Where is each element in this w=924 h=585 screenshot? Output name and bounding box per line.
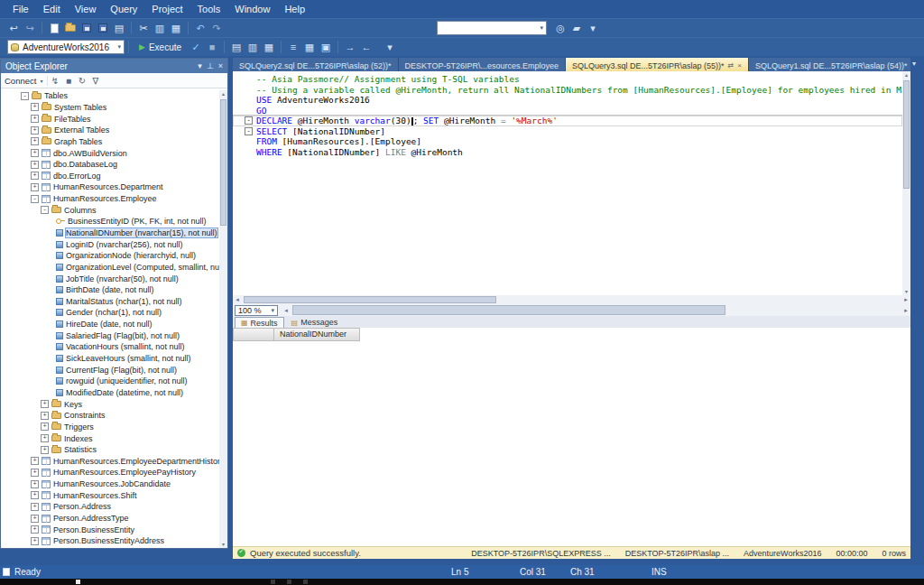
cut-icon[interactable]: ✂ [135,21,152,36]
scroll-right-icon[interactable]: ▸ [901,307,910,314]
scrollbar-track[interactable] [902,79,910,288]
scrollbar-track[interactable] [291,304,901,316]
grid-column-header[interactable]: NationalIDNumber [274,328,360,341]
menu-item-help[interactable]: Help [277,1,312,17]
tree-item-filetables[interactable]: +FileTables [1,113,227,125]
tree-item-rowguid-uniqueidentifier-not-null[interactable]: rowguid (uniqueidentifier, not null) [1,376,227,387]
expand-icon[interactable]: + [31,491,39,499]
windows-taskbar[interactable] [0,579,924,585]
menu-item-window[interactable]: Window [227,1,277,17]
tree-item-system-tables[interactable]: +System Tables [1,102,227,114]
expand-icon[interactable]: + [31,103,39,111]
tree-item-sickleavehours-smallint-not-null[interactable]: SickLeaveHours (smallint, not null) [1,353,227,365]
expand-icon[interactable]: + [31,537,39,545]
tree-item-organizationlevel-computed-smallint-null[interactable]: OrganizationLevel (Computed, smallint, n… [1,262,227,274]
menu-item-tools[interactable]: Tools [190,1,228,17]
tree-item-humanresources-shift[interactable]: +HumanResources.Shift [1,489,227,501]
taskbar-icon[interactable] [76,580,80,584]
tree-item-jobtitle-nvarchar-50-not-null[interactable]: JobTitle (nvarchar(50), not null) [1,273,227,284]
tree-item-person-address[interactable]: +Person.Address [1,501,227,513]
tree-item-modifieddate-datetime-not-null[interactable]: ModifiedDate (datetime, not null) [1,387,227,399]
cancel-query-icon[interactable]: ■ [204,40,220,55]
tree-item-external-tables[interactable]: +External Tables [1,125,227,136]
print-icon[interactable]: ▤ [111,21,127,36]
scrollbar-thumb[interactable] [220,99,226,226]
chevron-down-icon[interactable]: ▾ [271,307,274,314]
tree-item-keys[interactable]: +Keys [1,398,227,410]
save-all-icon[interactable] [95,21,111,36]
chevron-down-icon[interactable]: ▾ [540,24,543,32]
expand-icon[interactable]: + [31,161,39,169]
tree-item-statistics[interactable]: +Statistics [1,444,227,456]
tree-item-humanresources-employeedepartmenthistory[interactable]: +HumanResources.EmployeeDepartmentHistor… [1,456,227,468]
editor-vertical-scrollbar[interactable]: ▴ ▾ [902,71,910,295]
expand-icon[interactable]: + [31,115,39,123]
scroll-left-icon[interactable]: ◂ [282,307,291,314]
expand-icon[interactable]: + [31,469,39,477]
menu-item-view[interactable]: View [68,1,104,17]
results-to-text-icon[interactable]: ≡ [285,40,301,55]
document-tab[interactable]: SQLQuery1.sql DE...5T26IPR\aslap (54))* [749,58,910,71]
tree-item-triggers[interactable]: +Triggers [1,422,227,433]
tree-item-humanresources-department[interactable]: +HumanResources.Department [1,181,227,193]
new-query-icon[interactable] [46,21,62,36]
scroll-up-icon[interactable]: ▴ [902,71,910,79]
scrollbar-track[interactable] [219,98,227,541]
tree-item-birthdate-date-not-null[interactable]: BirthDate (date, not null) [1,284,227,296]
results-to-file-icon[interactable]: ▣ [318,40,334,55]
tree-item-person-addresstype[interactable]: +Person.AddressType [1,513,227,525]
tree-item-person-businessentity[interactable]: +Person.BusinessEntity [1,524,227,535]
tree-item-dbo-errorlog[interactable]: +dbo.ErrorLog [1,170,227,181]
fold-collapse-icon[interactable]: - [245,116,253,125]
database-combo[interactable]: AdventureWorks2016 ▾ [7,40,125,54]
collapse-icon[interactable]: - [21,92,29,100]
expand-icon[interactable]: + [41,400,49,408]
toolbar-overflow-icon[interactable]: ▾ [585,21,601,36]
estimated-plan-icon[interactable]: ▤ [228,40,245,55]
browse-definition-icon[interactable]: ◎ [552,21,568,36]
scrollbar-thumb[interactable] [244,296,496,303]
outdent-icon[interactable]: ← [358,40,374,55]
stop-icon[interactable]: ■ [61,73,75,88]
tab-close-icon[interactable]: × [737,61,742,70]
scroll-up-icon[interactable]: ▴ [219,90,227,98]
expand-icon[interactable]: + [31,149,39,157]
menu-item-file[interactable]: File [5,1,36,17]
expand-icon[interactable]: + [31,126,39,135]
results-to-grid-icon[interactable]: ▦ [301,40,318,55]
tab-list-icon[interactable]: ▾ [912,60,916,68]
taskbar-icon[interactable] [271,580,275,584]
collapse-icon[interactable]: - [41,206,49,214]
actual-plan-icon[interactable]: ▦ [261,40,277,55]
bookmark-icon[interactable]: ▰ [568,21,585,36]
expand-icon[interactable]: + [31,503,39,511]
live-query-stats-icon[interactable]: ▥ [245,40,261,55]
object-explorer-tree[interactable]: -Tables+System Tables+FileTables+Externa… [1,88,227,548]
tree-item-businessentityid-pk-fk-int-not-null[interactable]: BusinessEntityID (PK, FK, int, not null) [1,216,227,228]
pin-icon[interactable]: ⊥ [207,61,214,71]
navigate-backward-icon[interactable]: ↩ [5,21,22,36]
editor-horizontal-scrollbar[interactable]: ◂ ▸ [233,295,910,304]
collapse-icon[interactable]: - [31,195,39,203]
tree-item-dbo-databaselog[interactable]: +dbo.DatabaseLog [1,159,227,171]
scroll-down-icon[interactable]: ▾ [219,541,227,548]
scrollbar-thumb[interactable] [292,305,725,315]
scroll-down-icon[interactable]: ▾ [902,288,910,295]
expand-icon[interactable]: + [41,434,49,442]
menu-item-project[interactable]: Project [144,1,189,17]
filter-icon[interactable]: ∇ [88,73,102,88]
navigate-forward-icon[interactable]: ↪ [22,21,38,36]
results-tab-messages[interactable]: ▤Messages [286,317,344,328]
expand-icon[interactable]: + [31,172,39,180]
document-tab[interactable]: SQLQuery2.sql DE...5T26IPR\aslap (52))* [233,58,399,71]
expand-icon[interactable]: + [31,183,39,191]
expand-icon[interactable]: + [31,457,39,465]
tree-item-hiredate-date-not-null[interactable]: HireDate (date, not null) [1,319,227,330]
tree-item-constraints[interactable]: +Constraints [1,410,227,422]
results-tab-results[interactable]: ▦Results [235,317,284,328]
connect-dropdown[interactable]: Connect ▾ [5,76,48,86]
tree-item-currentflag-flag-bit-not-null[interactable]: CurrentFlag (Flag(bit), not null) [1,364,227,376]
tree-item-dbo-awbuildversion[interactable]: +dbo.AWBuildVersion [1,147,227,159]
document-tab[interactable]: SQLQuery3.sql DE...5T26IPR\aslap (55))*⇄… [566,58,749,71]
save-icon[interactable] [79,21,95,36]
